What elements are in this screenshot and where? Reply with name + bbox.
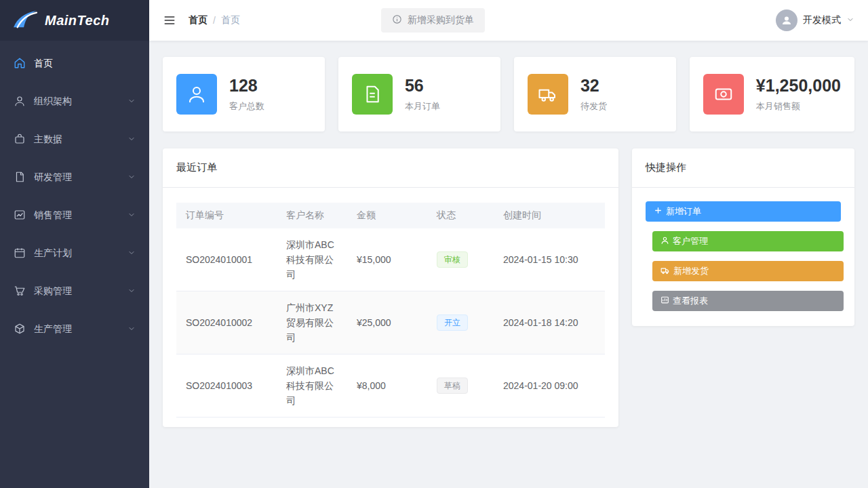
sidebar-item-org[interactable]: 组织架构 [0,83,149,121]
stat-card-monthly-orders: 56 本月订单 [338,57,500,131]
stat-value: 56 [405,76,440,96]
customer-cell: 广州市XYZ贸易有限公司 [277,291,347,354]
breadcrumb-separator: / [213,15,216,26]
sidebar-item-rnd[interactable]: 研发管理 [0,159,149,197]
new-shipment-button[interactable]: 新增发货 [652,261,844,281]
money-icon [703,74,744,115]
created-cell: 2024-01-20 09:00 [494,354,605,418]
report-icon [660,296,669,306]
sidebar-collapse-icon[interactable] [163,14,176,27]
button-label: 新增发货 [673,265,709,277]
status-badge: 草稿 [437,378,468,394]
table-row: SO2024010001 深圳市ABC科技有限公司 ¥15,000 审核 202… [176,228,605,291]
truck-icon [528,74,568,115]
quick-actions-panel: 快捷操作 新增订单 客户管理 新增发货 [632,148,854,326]
chevron-down-icon [127,248,136,259]
breadcrumb-current: 首页 [221,14,240,26]
main-area: 首页 / 首页 新增采购到货单 开发模式 128 客户总数 [149,0,868,488]
plus-icon [654,206,663,217]
sidebar-item-label: 研发管理 [34,171,72,184]
stat-label: 客户总数 [229,100,264,113]
document-icon [14,171,26,185]
sidebar: MainTech 首页 组织架构 主数据 研发管理 销售管理 [0,0,149,488]
order-id-cell: SO2024010002 [176,291,277,354]
column-header: 金额 [347,203,427,228]
amount-cell: ¥25,000 [347,291,427,354]
breadcrumb-root[interactable]: 首页 [189,14,208,26]
brand-name: MainTech [45,13,110,28]
info-icon [392,14,402,26]
chart-icon [14,209,26,223]
notice-button-label: 新增采购到货单 [408,14,474,26]
sidebar-item-purchasing[interactable]: 采购管理 [0,272,149,310]
cart-icon [14,285,26,299]
package-icon [14,323,26,337]
stat-card-customers: 128 客户总数 [163,57,325,131]
column-header: 客户名称 [277,203,347,228]
table-row: SO2024010003 深圳市ABC科技有限公司 ¥8,000 草稿 2024… [176,354,605,418]
new-order-button[interactable]: 新增订单 [646,201,841,222]
stat-value: ¥1,250,000 [756,76,841,96]
new-purchase-arrival-button[interactable]: 新增采购到货单 [381,8,485,33]
amount-cell: ¥8,000 [347,354,427,418]
document-icon [352,74,393,115]
column-header: 创建时间 [494,203,605,228]
customer-cell: 深圳市ABC科技有限公司 [277,228,347,291]
stat-label: 本月订单 [405,100,440,113]
status-cell: 审核 [427,228,494,291]
recent-orders-panel: 最近订单 订单编号 客户名称 金额 状态 创建时间 [163,148,618,427]
sidebar-item-label: 首页 [34,58,53,70]
user-icon [176,74,217,115]
chevron-down-icon [127,210,136,221]
truck-icon [660,266,670,277]
status-cell: 草稿 [427,354,494,418]
briefcase-icon [14,133,26,147]
user-mode-label: 开发模式 [803,14,841,26]
status-cell: 开立 [427,291,494,354]
sidebar-item-production-plan[interactable]: 生产计划 [0,235,149,272]
sidebar-item-manufacturing[interactable]: 生产管理 [0,310,149,348]
order-id-cell: SO2024010003 [176,354,277,418]
quick-actions-body: 新增订单 客户管理 新增发货 查看报表 [632,188,854,326]
button-label: 客户管理 [673,235,708,247]
view-reports-button[interactable]: 查看报表 [652,291,844,311]
order-id-cell: SO2024010001 [176,228,277,291]
orders-table: 订单编号 客户名称 金额 状态 创建时间 SO2024010001 深圳市ABC… [176,203,605,418]
column-header: 状态 [427,203,494,228]
created-cell: 2024-01-15 10:30 [494,228,605,291]
breadcrumb: 首页 / 首页 [189,14,240,26]
status-badge: 开立 [437,314,468,331]
orders-table-wrap: 订单编号 客户名称 金额 状态 创建时间 SO2024010001 深圳市ABC… [163,188,618,427]
brand-logo: MainTech [0,0,149,41]
chevron-down-icon [127,324,136,335]
table-header-row: 订单编号 客户名称 金额 状态 创建时间 [176,203,605,228]
stat-value: 128 [229,76,264,96]
brand-swoosh-icon [11,8,39,33]
sidebar-item-label: 主数据 [34,134,62,146]
amount-cell: ¥15,000 [347,228,427,291]
chevron-down-icon [127,134,136,145]
sidebar-item-sales[interactable]: 销售管理 [0,197,149,235]
sidebar-item-label: 销售管理 [34,209,72,222]
sidebar-nav: 首页 组织架构 主数据 研发管理 销售管理 生产计划 [0,41,149,348]
user-menu[interactable]: 开发模式 [776,9,854,31]
button-label: 新增订单 [666,205,701,218]
chevron-down-icon [127,96,136,107]
top-header: 首页 / 首页 新增采购到货单 开发模式 [149,0,868,41]
user-icon [660,236,669,247]
customer-cell: 深圳市ABC科技有限公司 [277,354,347,418]
stat-card-pending-shipments: 32 待发货 [514,57,676,131]
sidebar-item-label: 生产计划 [34,247,72,260]
panel-title: 最近订单 [163,148,618,188]
chevron-down-icon [846,14,854,26]
sidebar-item-masterdata[interactable]: 主数据 [0,121,149,159]
panel-title: 快捷操作 [632,148,854,188]
calendar-icon [14,247,26,261]
sidebar-item-home[interactable]: 首页 [0,45,149,83]
created-cell: 2024-01-18 14:20 [494,291,605,354]
page-content: 128 客户总数 56 本月订单 32 待发货 [149,41,868,488]
sidebar-item-label: 组织架构 [34,96,72,108]
chevron-down-icon [127,286,136,297]
customer-management-button[interactable]: 客户管理 [652,231,844,251]
sidebar-item-label: 采购管理 [34,285,72,298]
